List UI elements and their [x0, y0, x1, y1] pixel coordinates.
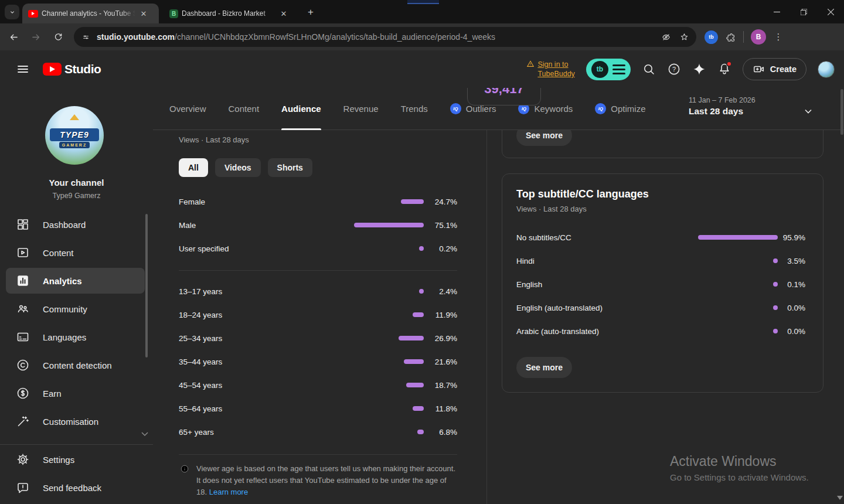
- scroll-down-arrow[interactable]: [837, 496, 843, 500]
- menu-hamburger-icon[interactable]: [16, 62, 30, 76]
- filter-chip-videos[interactable]: Videos: [215, 158, 261, 177]
- url-text: studio.youtube.com/channel/UCNhbdqzXbmnR…: [97, 32, 495, 42]
- sidebar-item-analytics[interactable]: Analytics: [0, 267, 153, 295]
- column-divider: [486, 130, 487, 504]
- restore-button[interactable]: [790, 0, 817, 23]
- help-icon[interactable]: ?: [667, 62, 681, 76]
- youtube-studio-logo[interactable]: Studio: [43, 62, 101, 76]
- sidebar-item-label: Languages: [43, 332, 86, 342]
- sidebar-item-label: Send feedback: [43, 483, 101, 493]
- tab-search-button[interactable]: [5, 5, 19, 19]
- search-icon[interactable]: [642, 62, 656, 76]
- vidiq-icon: IQ: [595, 103, 606, 114]
- sidebar-item-dashboard[interactable]: Dashboard: [0, 210, 153, 239]
- tab-audience[interactable]: Audience: [281, 88, 321, 130]
- customisation-icon: [16, 414, 30, 428]
- sidebar-item-label: Dashboard: [43, 220, 86, 230]
- reload-button[interactable]: [49, 28, 67, 46]
- tab-close-icon[interactable]: ✕: [139, 9, 148, 18]
- browser-tab-active[interactable]: Channel analytics - YouTube Stu ✕: [22, 4, 159, 23]
- filter-chips: AllVideosShorts: [179, 158, 312, 177]
- bookmark-star-icon[interactable]: [679, 32, 689, 42]
- tab-close-icon[interactable]: ✕: [279, 9, 288, 18]
- tab-overview[interactable]: Overview: [169, 88, 206, 130]
- bar: [354, 223, 424, 227]
- sidebar-item-earn[interactable]: Earn: [0, 379, 153, 407]
- filter-chip-all[interactable]: All: [179, 158, 208, 177]
- url-host: studio.youtube.com: [97, 32, 175, 42]
- back-button[interactable]: [5, 28, 22, 46]
- bizkro-favicon: B: [169, 9, 178, 18]
- stat-value: 24.7%: [427, 197, 457, 206]
- sidebar-item-community[interactable]: Community: [0, 295, 153, 323]
- stat-label: 55–64 years: [179, 404, 222, 413]
- viewer-age-note: Viewer age is based on the age that user…: [179, 463, 459, 498]
- create-video-icon: [753, 63, 765, 76]
- sidebar-item-content[interactable]: Content: [0, 239, 153, 267]
- window-controls: [763, 0, 844, 23]
- stat-value: 6.8%: [427, 428, 457, 437]
- learn-more-link[interactable]: Learn more: [209, 488, 248, 496]
- url-bar[interactable]: studio.youtube.com/channel/UCNhbdqzXbmnR…: [74, 27, 696, 47]
- browser-profile-avatar[interactable]: B: [751, 29, 766, 45]
- notifications-bell-icon[interactable]: [717, 62, 731, 76]
- sidebar-item-content-detection[interactable]: Content detection: [0, 351, 153, 379]
- sparkle-icon[interactable]: [692, 62, 706, 76]
- tubebuddy-toolbar-button[interactable]: tb: [586, 59, 631, 80]
- sidebar-item-label: Settings: [43, 455, 74, 465]
- stat-row-english-auto-translated: English (auto-translated)0.0%: [516, 296, 805, 319]
- tubebuddy-extension-icon[interactable]: tb: [705, 30, 718, 44]
- tubebuddy-menu-icon: [612, 64, 625, 74]
- background-window-strip: [407, 0, 439, 4]
- extensions-icon[interactable]: [725, 32, 736, 43]
- sidebar-item-label: Content: [43, 248, 74, 258]
- tab-trends[interactable]: Trends: [401, 88, 428, 130]
- account-avatar[interactable]: [818, 61, 835, 78]
- see-more-button[interactable]: See more: [516, 357, 572, 378]
- sidebar-item-settings[interactable]: Settings: [0, 445, 153, 474]
- settings-icon: [16, 452, 30, 466]
- sidebar-item-send-feedback[interactable]: Send feedback: [0, 474, 153, 502]
- age-bar-list: 13–17 years2.4%18–24 years11.9%25–34 yea…: [179, 280, 457, 444]
- stat-value: 11.9%: [427, 311, 457, 319]
- filter-chip-shorts[interactable]: Shorts: [268, 158, 312, 177]
- minimize-button[interactable]: [763, 0, 790, 23]
- site-info-icon[interactable]: [81, 32, 91, 42]
- create-button[interactable]: Create: [743, 58, 806, 80]
- tab-optimize[interactable]: IQOptimize: [595, 88, 645, 130]
- stat-label: Male: [179, 221, 196, 230]
- tab-label: Trends: [401, 104, 428, 114]
- sidebar-item-customisation[interactable]: Customisation: [0, 407, 153, 435]
- stat-row-45-54-years: 45–54 years18.7%: [179, 373, 457, 397]
- new-tab-button[interactable]: +: [304, 6, 317, 19]
- browser-menu-icon[interactable]: ⋮: [773, 32, 784, 42]
- sidebar-item-languages[interactable]: Languages: [0, 323, 153, 351]
- studio-header: Studio Sign in toTubeBuddy tb ? Create: [0, 50, 844, 88]
- channel-avatar[interactable]: TYPE9 GAMERZ: [45, 106, 104, 165]
- your-channel-label: Your channel: [0, 178, 153, 188]
- stat-value: 0.1%: [775, 280, 805, 289]
- page-scrollbar[interactable]: [840, 89, 843, 135]
- forward-button[interactable]: [27, 28, 45, 46]
- tab-content[interactable]: Content: [229, 88, 260, 130]
- stat-label: 18–24 years: [179, 311, 222, 319]
- eye-off-icon[interactable]: [661, 32, 671, 42]
- url-path: /channel/UCNhbdqzXbmnRowfSrLHnOMg/analyt…: [175, 32, 495, 42]
- tubebuddy-logo: tb: [591, 61, 608, 78]
- stat-row-35-44-years: 35–44 years21.6%: [179, 350, 457, 373]
- close-button[interactable]: [817, 0, 844, 23]
- tab-revenue[interactable]: Revenue: [343, 88, 379, 130]
- tubebuddy-signin-link[interactable]: Sign in toTubeBuddy: [526, 60, 574, 79]
- bar: [406, 383, 424, 387]
- languages-icon: [16, 330, 30, 344]
- tab-label: Keywords: [534, 104, 573, 114]
- sidebar-scrollbar[interactable]: [145, 214, 148, 357]
- browser-tab-inactive[interactable]: B Dashboard - Bizkro Market ✕: [164, 4, 297, 23]
- sidebar-item-label: Customisation: [43, 417, 98, 427]
- stat-row-english: English0.1%: [516, 273, 805, 296]
- stat-value: 11.8%: [427, 404, 457, 413]
- stat-label: 13–17 years: [179, 287, 222, 296]
- stat-label: 25–34 years: [179, 334, 222, 343]
- stat-value: 75.1%: [427, 221, 457, 230]
- date-range-picker[interactable]: 11 Jan – 7 Feb 2026 Last 28 days: [689, 96, 829, 117]
